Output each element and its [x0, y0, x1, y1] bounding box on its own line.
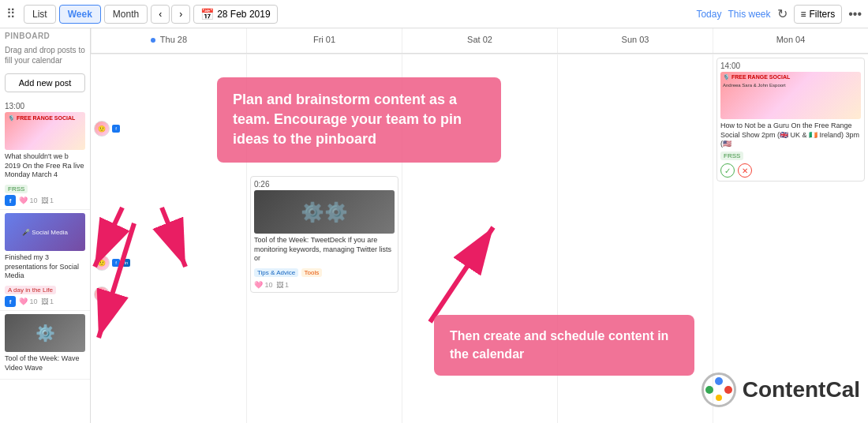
image-count: 🖼 1	[41, 197, 54, 204]
list-item[interactable]: ⚙️ Tool of the Week: Wave Video Wave	[0, 311, 90, 379]
tag-tips: Tips & Advice	[254, 268, 298, 277]
avatar-row-2: 🙂 f in	[94, 255, 243, 271]
avatar: 🙂	[94, 255, 110, 271]
avatar-row-3: 🙂	[94, 286, 243, 302]
facebook-icon: f	[112, 125, 120, 133]
event-title: Tool of the Week: TweetDeck If you are m…	[254, 236, 395, 264]
post-title: What shouldn't we b 2019 On the Free Ra …	[5, 152, 85, 180]
image-count: 🖼 1	[276, 281, 290, 289]
like-count: 🩷 10	[19, 197, 38, 204]
pinboard-description: Drag and drop posts to fill your calenda…	[0, 43, 90, 70]
calendar-tooltip: Then create and schedule content in the …	[434, 315, 694, 376]
post-thumbnail: 🎤 Social Media	[5, 213, 85, 251]
main-layout: PINBOARD Drag and drop posts to fill you…	[0, 28, 868, 423]
event-tags: Tips & Advice Tools	[254, 266, 395, 279]
calendar-body: 🙂 f 🙂 f in 🙂 0:26	[91, 54, 868, 423]
list-item[interactable]: 🎤 Social Media Finished my 3 presentatio…	[0, 210, 90, 311]
active-dot	[151, 38, 155, 43]
approve-button[interactable]: ✓	[720, 163, 735, 178]
logo-dot-center	[716, 395, 722, 401]
like-count: 🩷 10	[19, 298, 38, 305]
day-label: Sat 02	[467, 35, 492, 44]
contentcal-logo: ContentCal	[702, 372, 860, 407]
image-count: 🖼 1	[41, 298, 54, 305]
calendar-header: Thu 28 Fri 01 Sat 02 Sun 03 Mon 04	[91, 28, 868, 54]
post-time: 13:00	[5, 102, 85, 110]
logo-dot-top	[715, 377, 723, 385]
facebook-icon: f	[5, 296, 16, 307]
month-view-button[interactable]: Month	[104, 5, 148, 24]
event-time: 0:26	[254, 180, 395, 189]
list-view-button[interactable]: List	[24, 5, 56, 24]
linkedin-icon: in	[122, 259, 130, 267]
post-meta: f 🩷 10 🖼 1	[5, 195, 85, 206]
event-tag: FRSS	[720, 152, 743, 160]
event-title: How to Not be a Guru On the Free Range S…	[720, 122, 861, 149]
post-thumbnail: 🎙️ FREE RANGE SOCIAL	[5, 112, 85, 150]
gear-icon: ⚙️⚙️	[301, 201, 348, 223]
event-thumbnail: 🎙️ FREE RANGE SOCIAL Andreea Sara & John…	[720, 72, 861, 119]
toolbar: ⠿ List Week Month ‹ › 📅 28 Feb 2019 Toda…	[0, 0, 868, 28]
day-label: Thu 28	[160, 35, 187, 44]
event-time: 14:00	[720, 62, 861, 70]
date-picker[interactable]: 📅 28 Feb 2019	[193, 5, 277, 24]
day-label: Mon 04	[776, 35, 806, 44]
avatar: 🙂	[94, 286, 110, 302]
post-thumbnail: ⚙️	[5, 314, 85, 352]
day-header-sun: Sun 03	[557, 28, 713, 53]
toolbar-right: Today This week ↻ ≡ Filters •••	[696, 5, 862, 24]
post-title: Tool of the Week: Wave Video Wave	[5, 354, 85, 372]
tooltip-text: Plan and brainstorm content as a team. E…	[233, 92, 462, 147]
this-week-button[interactable]: This week	[728, 9, 770, 20]
tag-tools: Tools	[301, 268, 323, 277]
date-label: 28 Feb 2019	[217, 9, 270, 20]
facebook-icon: f	[5, 195, 16, 206]
pinboard-tooltip: Plan and brainstorm content as a team. E…	[217, 77, 501, 163]
prev-arrow[interactable]: ‹	[151, 5, 170, 24]
next-arrow[interactable]: ›	[171, 5, 190, 24]
filter-label: Filters	[810, 9, 836, 20]
like-count: 🩷 10	[254, 281, 273, 289]
event-thumbnail: ⚙️⚙️	[254, 190, 395, 234]
post-tag: FRSS	[5, 185, 28, 193]
grid-dots-icon[interactable]: ⠿	[6, 6, 16, 21]
logo-icon	[702, 372, 736, 407]
pinboard-label: PINBOARD	[0, 28, 90, 43]
add-post-button[interactable]: Add new post	[5, 73, 85, 92]
calendar-event[interactable]: 0:26 ⚙️⚙️ Tool of the Week: TweetDeck If…	[250, 176, 398, 293]
post-tag: A day in the Life	[5, 286, 56, 294]
pinboard-sidebar: PINBOARD Drag and drop posts to fill you…	[0, 28, 91, 423]
calendar-event[interactable]: 14:00 🎙️ FREE RANGE SOCIAL Andreea Sara …	[716, 58, 865, 182]
avatar: 🙂	[94, 121, 110, 137]
post-title: Finished my 3 presentations for Social M…	[5, 253, 85, 281]
day-header-mon: Mon 04	[713, 28, 868, 53]
day-label: Sun 03	[622, 35, 649, 44]
today-button[interactable]: Today	[696, 9, 721, 20]
list-item[interactable]: 13:00 🎙️ FREE RANGE SOCIAL What shouldn'…	[0, 99, 90, 210]
refresh-icon[interactable]: ↻	[777, 6, 788, 21]
event-actions: ✓ ✕	[720, 163, 861, 178]
mon-column: 14:00 🎙️ FREE RANGE SOCIAL Andreea Sara …	[713, 54, 868, 423]
day-header-fri: Fri 01	[246, 28, 402, 53]
logo-dot-right	[724, 386, 732, 394]
filter-button[interactable]: ≡ Filters	[794, 5, 843, 24]
filter-icon: ≡	[801, 9, 806, 20]
week-view-button[interactable]: Week	[59, 5, 101, 24]
more-options-icon[interactable]: •••	[848, 7, 862, 21]
day-header-thu: Thu 28	[91, 28, 246, 53]
logo-dot-left	[705, 386, 713, 394]
day-header-sat: Sat 02	[402, 28, 557, 53]
tooltip-text: Then create and schedule content in the …	[450, 329, 668, 360]
day-label: Fri 01	[313, 35, 335, 44]
calendar-area: Thu 28 Fri 01 Sat 02 Sun 03 Mon 04 🙂	[91, 28, 868, 423]
date-nav: ‹ ›	[151, 5, 190, 24]
calendar-icon: 📅	[200, 8, 214, 21]
logo-text: ContentCal	[743, 377, 860, 402]
facebook-icon: f	[112, 259, 120, 267]
reject-button[interactable]: ✕	[738, 163, 752, 178]
post-meta: f 🩷 10 🖼 1	[5, 296, 85, 307]
event-meta: 🩷 10 🖼 1	[254, 281, 395, 289]
